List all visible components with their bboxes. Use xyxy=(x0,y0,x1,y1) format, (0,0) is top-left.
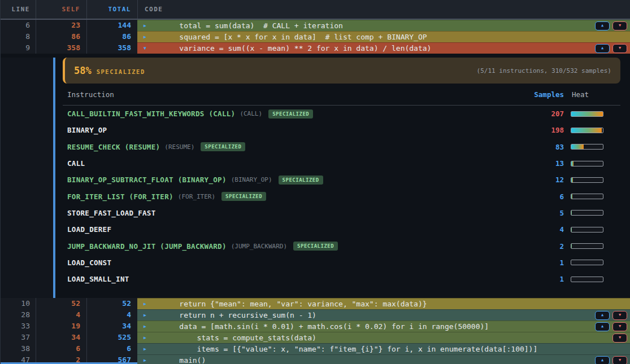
heat-bar-track xyxy=(571,177,603,183)
code-row[interactable]: 3734525▶ stats = compute_stats(data)▼ xyxy=(1,332,630,343)
instruction-name: JUMP_BACKWARD_NO_JIT (JUMP_BACKWARD) xyxy=(63,242,227,251)
instruction-samples: 13 xyxy=(555,159,564,168)
base-instruction-name: (JUMP_BACKWARD) xyxy=(231,243,287,250)
instruction-name: BINARY_OP_SUBTRACT_FLOAT (BINARY_OP) xyxy=(63,176,227,184)
jump-down-button[interactable]: ▼ xyxy=(612,44,627,53)
expand-triangle-icon[interactable]: ▶ xyxy=(137,358,148,363)
heat-column xyxy=(564,227,620,233)
line-number: 8 xyxy=(1,31,36,42)
line-number: 10 xyxy=(1,298,36,309)
code-row[interactable]: 105252▶ return {"mean": mean, "var": var… xyxy=(1,298,630,309)
self-samples: 52 xyxy=(36,298,86,309)
expand-triangle-icon[interactable]: ▶ xyxy=(137,347,148,352)
heat-bar-fill xyxy=(571,178,573,182)
jump-up-button[interactable]: ▲ xyxy=(595,356,610,364)
code-cell[interactable]: ▶ main()▲▼ xyxy=(137,354,630,364)
code-cell[interactable]: ▶ return {"mean": mean, "var": variance,… xyxy=(137,298,630,309)
line-number: 37 xyxy=(1,332,36,343)
collapse-triangle-icon[interactable]: ▼ xyxy=(137,46,148,51)
specialized-badge: SPECIALIZED xyxy=(279,176,323,185)
jump-up-button[interactable]: ▲ xyxy=(595,311,610,320)
base-instruction-name: (RESUME) xyxy=(164,143,194,151)
base-instruction-name: (CALL) xyxy=(240,110,262,117)
instruction-row: FOR_ITER_LIST (FOR_ITER)(FOR_ITER)SPECIA… xyxy=(63,188,620,204)
row-nav-buttons: ▲▼ xyxy=(595,21,630,30)
column-header-code: CODE xyxy=(137,0,630,19)
code-row[interactable]: 3866▶ items = [{"value": x, "name": f"it… xyxy=(1,343,630,354)
expanded-instruction-panel: 58% SPECIALIZED (5/11 instructions, 310/… xyxy=(1,58,630,298)
jump-up-button[interactable]: ▲ xyxy=(595,322,610,331)
instruction-samples: 2 xyxy=(559,242,564,251)
code-text: items = [{"value": x, "name": f"item_{i}… xyxy=(162,345,537,353)
line-number: 38 xyxy=(1,343,36,354)
instruction-samples: 207 xyxy=(551,109,564,118)
code-row[interactable]: 88686▶ squared = [x * x for x in data] #… xyxy=(1,31,630,42)
jump-up-button[interactable]: ▲ xyxy=(595,44,610,53)
instruction-row: BINARY_OP198 xyxy=(63,122,620,138)
heat-column xyxy=(564,243,620,249)
code-row[interactable]: 9358358▼ variance = sum((x - mean) ** 2 … xyxy=(1,42,630,54)
total-samples: 52 xyxy=(86,298,137,309)
heat-bar-fill xyxy=(571,128,602,133)
code-text: main() xyxy=(162,356,206,364)
jump-up-button[interactable]: ▲ xyxy=(595,21,610,30)
code-row[interactable]: 623144▶ total = sum(data) # CALL + itera… xyxy=(1,20,630,31)
heat-column xyxy=(564,111,620,117)
expand-triangle-icon[interactable]: ▶ xyxy=(137,313,148,318)
heat-column xyxy=(564,161,620,166)
expand-triangle-icon[interactable]: ▶ xyxy=(137,23,148,28)
expand-triangle-icon[interactable]: ▶ xyxy=(137,301,148,306)
column-header-bar: LINE SELF TOTAL CODE xyxy=(1,0,630,20)
code-cell[interactable]: ▶ return n + recursive_sum(n - 1)▲▼ xyxy=(137,309,630,321)
instruction-name: RESUME_CHECK (RESUME) xyxy=(63,143,160,151)
jump-down-button[interactable]: ▼ xyxy=(612,311,627,320)
heat-bar-fill xyxy=(571,144,584,149)
line-number: 28 xyxy=(1,309,36,321)
samples-column-header[interactable]: Samples xyxy=(534,90,564,99)
code-row[interactable]: 2844▶ return n + recursive_sum(n - 1)▲▼ xyxy=(1,309,630,321)
heat-bar-fill xyxy=(571,112,603,116)
instruction-row: LOAD_CONST1 xyxy=(63,255,620,271)
instruction-samples: 6 xyxy=(559,192,564,201)
jump-down-button[interactable]: ▼ xyxy=(612,356,627,364)
heat-bar-track xyxy=(571,128,603,133)
expand-triangle-icon[interactable]: ▶ xyxy=(137,324,148,329)
self-samples: 4 xyxy=(36,309,86,321)
specialization-banner: 58% SPECIALIZED (5/11 instructions, 310/… xyxy=(63,58,620,84)
heat-column xyxy=(564,144,620,150)
expand-triangle-icon[interactable]: ▶ xyxy=(137,335,148,340)
code-text: return {"mean": mean, "var": variance, "… xyxy=(162,300,427,308)
code-rows-top: 623144▶ total = sum(data) # CALL + itera… xyxy=(1,20,630,54)
code-cell[interactable]: ▶ squared = [x * x for x in data] # list… xyxy=(137,31,630,42)
instruction-row: BINARY_OP_SUBTRACT_FLOAT (BINARY_OP)(BIN… xyxy=(63,172,620,188)
jump-down-button[interactable]: ▼ xyxy=(612,21,627,30)
heat-bar-track xyxy=(571,243,603,249)
instruction-row: LOAD_DEREF4 xyxy=(63,221,620,238)
self-samples: 23 xyxy=(36,20,86,31)
heat-column xyxy=(564,177,620,183)
code-text: variance = sum((x - mean) ** 2 for x in … xyxy=(162,44,431,52)
code-text: squared = [x * x for x in data] # list c… xyxy=(162,33,427,41)
row-nav-buttons: ▲▼ xyxy=(595,356,630,364)
jump-down-button[interactable]: ▼ xyxy=(612,334,627,343)
code-cell[interactable]: ▶ total = sum(data) # CALL + iteration▲▼ xyxy=(137,20,630,31)
code-cell[interactable]: ▶ stats = compute_stats(data)▼ xyxy=(137,332,630,343)
line-number: 6 xyxy=(1,20,36,31)
instruction-table: Instruction Samples Heat CALL_BUILTIN_FA… xyxy=(63,84,620,287)
self-samples: 6 xyxy=(36,343,86,354)
instruction-column-header: Instruction xyxy=(63,90,534,99)
jump-down-button[interactable]: ▼ xyxy=(612,322,627,331)
instruction-name: LOAD_SMALL_INT xyxy=(63,275,129,283)
code-cell[interactable]: ▶ items = [{"value": x, "name": f"item_{… xyxy=(137,343,630,354)
code-row[interactable]: 331934▶ data = [math.sin(i * 0.01) + mat… xyxy=(1,321,630,332)
self-samples: 19 xyxy=(36,321,86,332)
heat-bar-track xyxy=(571,111,603,117)
self-samples: 34 xyxy=(36,332,86,343)
code-cell[interactable]: ▼ variance = sum((x - mean) ** 2 for x i… xyxy=(137,42,630,54)
expand-triangle-icon[interactable]: ▶ xyxy=(137,34,148,40)
total-samples: 525 xyxy=(86,332,137,343)
column-header-line: LINE xyxy=(1,6,36,13)
line-number: 33 xyxy=(1,321,36,332)
heat-bar-track xyxy=(571,277,603,282)
code-cell[interactable]: ▶ data = [math.sin(i * 0.01) + math.cos(… xyxy=(137,321,630,332)
